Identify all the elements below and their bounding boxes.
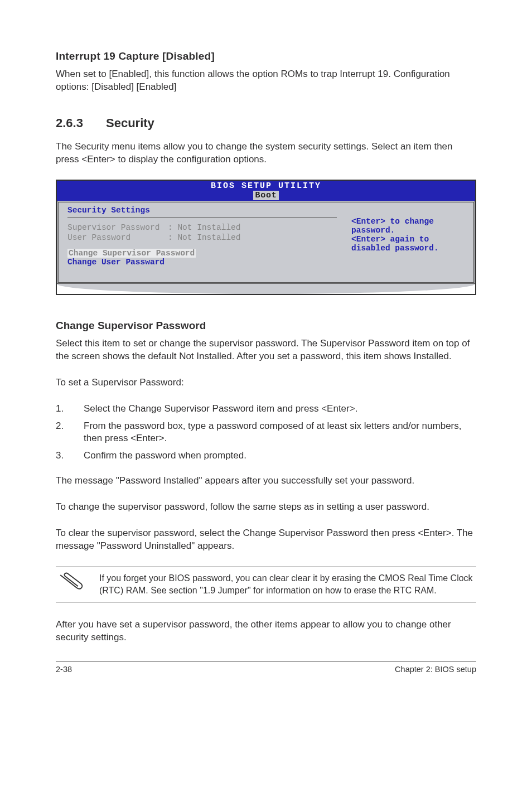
steps-list: 1.Select the Change Supervisor Password … bbox=[56, 403, 476, 463]
para-after-set: After you have set a supervisor password… bbox=[56, 619, 476, 644]
chapter-label: Chapter 2: BIOS setup bbox=[395, 665, 476, 674]
bios-subheading: Security Settings bbox=[67, 206, 337, 218]
bios-menu-change-supervisor[interactable]: Change Supervisor Password bbox=[67, 249, 196, 258]
list-item: 1.Select the Change Supervisor Password … bbox=[56, 403, 476, 416]
bios-bottom-curve bbox=[57, 284, 475, 294]
step-index: 1. bbox=[56, 403, 84, 416]
para-password-installed: The message "Password Installed" appears… bbox=[56, 475, 476, 487]
page-footer: 2-38 Chapter 2: BIOS setup bbox=[56, 661, 476, 674]
step-text: Confirm the password when prompted. bbox=[84, 450, 476, 462]
bios-tab-boot: Boot bbox=[253, 191, 278, 200]
para-change-password: To change the supervisor password, follo… bbox=[56, 501, 476, 514]
note-icon bbox=[56, 572, 87, 597]
para-to-set: To set a Supervisor Password: bbox=[56, 376, 476, 389]
para-interrupt19-desc: When set to [Enabled], this function all… bbox=[56, 68, 476, 94]
bios-value: : Not Installed bbox=[168, 223, 241, 232]
bios-left-pane: Security Settings Supervisor Password: N… bbox=[57, 201, 346, 284]
list-item: 2.From the password box, type a password… bbox=[56, 420, 476, 446]
heading-interrupt19: Interrupt 19 Capture [Disabled] bbox=[56, 50, 476, 62]
bios-field-supervisor: Supervisor Password: Not Installed bbox=[67, 223, 337, 232]
list-item: 3.Confirm the password when prompted. bbox=[56, 450, 476, 462]
note-callout: If you forget your BIOS password, you ca… bbox=[56, 566, 476, 603]
step-text: Select the Change Supervisor Password it… bbox=[84, 403, 476, 416]
heading-change-supervisor: Change Supervisor Password bbox=[56, 320, 476, 332]
step-index: 3. bbox=[56, 450, 84, 462]
bios-value: : Not Installed bbox=[168, 233, 241, 242]
note-text: If you forget your BIOS password, you ca… bbox=[99, 572, 476, 596]
bios-help-text: <Enter> to change password. <Enter> agai… bbox=[351, 217, 468, 253]
bios-titlebar: BIOS SETUP UTILITY Boot bbox=[57, 181, 475, 201]
bios-help-pane: <Enter> to change password. <Enter> agai… bbox=[346, 201, 475, 284]
bios-screenshot: BIOS SETUP UTILITY Boot Security Setting… bbox=[56, 180, 476, 295]
para-change-supervisor-desc: Select this item to set or change the su… bbox=[56, 337, 476, 363]
bios-label: User Password bbox=[67, 233, 168, 242]
section-number: 2.6.3 bbox=[56, 116, 106, 131]
bios-title-text: BIOS SETUP UTILITY bbox=[211, 181, 321, 191]
page-number: 2-38 bbox=[56, 665, 72, 674]
step-text: From the password box, type a password c… bbox=[84, 420, 476, 446]
bios-label: Supervisor Password bbox=[67, 223, 168, 232]
para-clear-password: To clear the supervisor password, select… bbox=[56, 527, 476, 553]
bios-field-user: User Password: Not Installed bbox=[67, 233, 337, 242]
bios-menu-change-user[interactable]: Change User Passward bbox=[67, 258, 337, 267]
step-index: 2. bbox=[56, 420, 84, 446]
section-title: Security bbox=[106, 116, 154, 130]
para-security-intro: The Security menu items allow you to cha… bbox=[56, 141, 476, 166]
section-heading-security: 2.6.3Security bbox=[56, 116, 476, 131]
paperclip-icon bbox=[58, 572, 85, 595]
